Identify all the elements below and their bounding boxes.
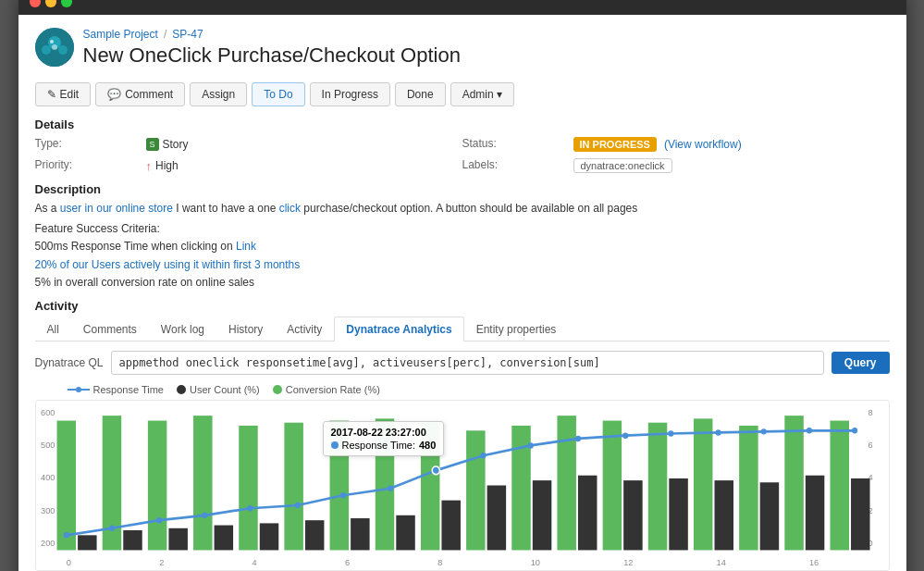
svg-rect-35 xyxy=(420,423,438,551)
svg-rect-37 xyxy=(511,426,530,551)
svg-text:500: 500 xyxy=(41,439,55,449)
tab-comments[interactable]: Comments xyxy=(71,317,149,341)
tab-entity[interactable]: Entity properties xyxy=(464,317,569,341)
svg-rect-34 xyxy=(375,418,393,550)
svg-point-63 xyxy=(63,532,68,538)
svg-text:10: 10 xyxy=(530,556,539,566)
priority-value: ↑ High xyxy=(146,156,462,175)
svg-rect-51 xyxy=(351,518,369,550)
maximize-button[interactable] xyxy=(61,0,72,7)
description-header: Description xyxy=(35,182,890,196)
svg-point-3 xyxy=(58,45,68,55)
status-value: IN PROGRESS (View workflow) xyxy=(573,135,890,154)
admin-button[interactable]: Admin xyxy=(450,82,514,106)
svg-point-64 xyxy=(108,525,114,530)
svg-point-5 xyxy=(50,40,54,43)
labels-label: Labels: xyxy=(462,156,573,175)
type-label: Type: xyxy=(35,135,146,154)
comment-button[interactable]: 💬 Comment xyxy=(95,82,185,106)
chart-legend: Response Time User Count (%) Conversion … xyxy=(35,384,890,395)
page-title: New OneClick Purchase/Checkout Option xyxy=(83,43,890,68)
svg-rect-45 xyxy=(78,535,96,550)
legend-user: User Count (%) xyxy=(177,384,260,395)
toolbar: Edit 💬 Comment Assign To Do In Progress … xyxy=(35,82,890,106)
svg-rect-33 xyxy=(329,420,348,550)
query-bar: Dynatrace QL Query xyxy=(35,351,890,375)
title-area: Sample Project / SP-47 New OneClick Purc… xyxy=(83,28,890,77)
svg-rect-59 xyxy=(714,480,733,550)
chart-area: 600 500 400 300 200 8 6 4 2 0 0 2 4 6 xyxy=(35,400,890,571)
svg-rect-30 xyxy=(193,416,212,550)
svg-rect-43 xyxy=(784,416,803,550)
assign-button[interactable]: Assign xyxy=(190,82,247,106)
description-section: Description As a user in our online stor… xyxy=(35,182,890,292)
svg-text:8: 8 xyxy=(868,407,872,417)
svg-rect-55 xyxy=(532,480,550,550)
svg-point-72 xyxy=(480,453,486,458)
done-button[interactable]: Done xyxy=(395,82,446,106)
svg-point-66 xyxy=(202,512,207,517)
svg-text:16: 16 xyxy=(808,556,818,566)
svg-text:200: 200 xyxy=(41,538,55,548)
svg-rect-61 xyxy=(805,476,823,551)
svg-text:2: 2 xyxy=(159,556,164,566)
svg-rect-53 xyxy=(441,501,460,551)
svg-text:4: 4 xyxy=(252,556,256,566)
svg-point-70 xyxy=(388,485,393,490)
svg-rect-41 xyxy=(693,418,711,550)
svg-rect-62 xyxy=(851,478,869,551)
user-link[interactable]: user in our online store xyxy=(60,202,173,215)
query-button[interactable]: Query xyxy=(832,352,890,374)
close-button[interactable] xyxy=(30,0,41,7)
svg-rect-31 xyxy=(239,426,257,551)
page-content: Sample Project / SP-47 New OneClick Purc… xyxy=(18,15,906,571)
details-grid: Type: S Story Status: IN PROGRESS (View … xyxy=(35,135,890,175)
avatar xyxy=(35,28,74,67)
title-bar xyxy=(18,0,906,15)
legend-response: Response Time xyxy=(68,384,164,395)
criteria-2: 20% of our Users actively using it withi… xyxy=(35,256,890,274)
tab-history[interactable]: History xyxy=(216,317,275,341)
tab-worklog[interactable]: Work log xyxy=(149,317,216,341)
svg-point-79 xyxy=(806,428,811,433)
svg-rect-47 xyxy=(168,528,187,551)
todo-button[interactable]: To Do xyxy=(252,82,304,106)
svg-point-77 xyxy=(715,429,721,435)
story-icon: S xyxy=(146,138,159,151)
labels-value: dynatrace:oneclick xyxy=(573,156,890,175)
tab-dynatrace[interactable]: Dynatrace Analytics xyxy=(334,317,463,341)
svg-point-2 xyxy=(42,45,51,55)
link-link[interactable]: Link xyxy=(236,240,256,253)
svg-text:6: 6 xyxy=(344,556,349,566)
click-link[interactable]: click xyxy=(279,202,301,215)
inprogress-button[interactable]: In Progress xyxy=(310,82,390,106)
main-window: Sample Project / SP-47 New OneClick Purc… xyxy=(18,0,906,571)
svg-rect-39 xyxy=(602,420,621,550)
svg-rect-56 xyxy=(577,476,596,551)
activity-section: Activity All Comments Work log History A… xyxy=(35,299,890,571)
tab-activity[interactable]: Activity xyxy=(275,317,334,341)
svg-rect-44 xyxy=(830,420,848,550)
svg-rect-32 xyxy=(284,423,302,551)
svg-rect-38 xyxy=(557,416,575,550)
svg-rect-42 xyxy=(739,426,758,551)
minimize-button[interactable] xyxy=(45,0,56,7)
status-label: Status: xyxy=(462,135,573,154)
tab-all[interactable]: All xyxy=(35,317,71,341)
priority-label: Priority: xyxy=(35,156,146,175)
workflow-link[interactable]: (View workflow) xyxy=(664,138,742,151)
svg-rect-27 xyxy=(56,420,75,550)
pencil-icon xyxy=(47,88,56,101)
edit-button[interactable]: Edit xyxy=(35,82,92,106)
svg-text:300: 300 xyxy=(41,504,55,515)
window-controls xyxy=(30,0,72,7)
svg-text:12: 12 xyxy=(623,556,633,566)
svg-text:6: 6 xyxy=(868,439,872,449)
criteria-list: Feature Success Criteria: 500ms Response… xyxy=(35,220,890,292)
svg-rect-36 xyxy=(466,430,485,550)
breadcrumb-id[interactable]: SP-47 xyxy=(172,28,203,41)
breadcrumb-separator: / xyxy=(164,28,166,41)
query-input[interactable] xyxy=(111,351,824,375)
breadcrumb-project[interactable]: Sample Project xyxy=(83,28,158,41)
svg-text:400: 400 xyxy=(41,472,55,482)
